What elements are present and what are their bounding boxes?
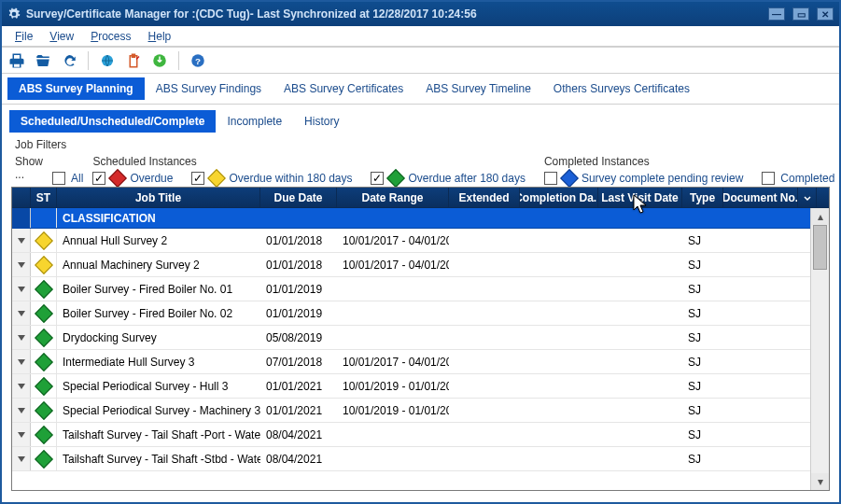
cell-due: 01/01/2021 bbox=[260, 399, 337, 422]
col-scroll-right[interactable] bbox=[798, 188, 817, 207]
close-button[interactable]: ✕ bbox=[817, 7, 834, 21]
cell-comp bbox=[520, 374, 598, 398]
tab-abs-survey-timeline[interactable]: ABS Survey Timeline bbox=[414, 77, 542, 100]
cell-title: Tailshaft Survey - Tail Shaft -Stbd - Wa… bbox=[57, 447, 260, 470]
row-handle[interactable] bbox=[12, 447, 31, 470]
status-cell bbox=[31, 277, 57, 301]
table-row[interactable]: Boiler Survey - Fired Boiler No. 0101/01… bbox=[12, 277, 810, 301]
row-handle[interactable] bbox=[12, 399, 31, 422]
col-title[interactable]: Job Title bbox=[57, 188, 260, 207]
table-row[interactable]: Drydocking Survey05/08/2019SJ bbox=[12, 326, 810, 350]
label-completed[interactable]: Completed bbox=[780, 172, 834, 185]
world-icon[interactable] bbox=[98, 51, 117, 70]
cell-due: 01/01/2019 bbox=[260, 301, 337, 325]
row-handle[interactable] bbox=[12, 374, 31, 398]
cell-doc bbox=[723, 423, 798, 446]
cell-type: SJ bbox=[682, 423, 723, 446]
table-row[interactable]: Tailshaft Survey - Tail Shaft -Port - Wa… bbox=[12, 423, 810, 447]
toolbar: ? bbox=[2, 48, 839, 74]
cell-type: SJ bbox=[682, 350, 723, 373]
checkbox-overdue[interactable] bbox=[92, 172, 105, 185]
checkbox-pending-review[interactable] bbox=[544, 172, 557, 185]
col-type[interactable]: Type bbox=[682, 188, 723, 207]
maximize-button[interactable]: ▭ bbox=[792, 7, 809, 21]
col-st[interactable]: ST bbox=[31, 188, 57, 207]
help-icon[interactable]: ? bbox=[189, 51, 207, 70]
checkbox-overdue-after[interactable] bbox=[371, 172, 384, 185]
group-row[interactable]: CLASSIFICATION bbox=[12, 208, 810, 229]
col-ext[interactable]: Extended bbox=[449, 188, 520, 207]
cell-range: 10/01/2017 - 04/01/2019 bbox=[337, 350, 449, 373]
open-icon[interactable] bbox=[34, 51, 52, 70]
cell-type: SJ bbox=[682, 301, 723, 325]
cell-ext bbox=[449, 277, 520, 301]
col-comp[interactable]: Completion Da... bbox=[520, 188, 598, 207]
table-row[interactable]: Special Periodical Survey - Machinery 30… bbox=[12, 399, 810, 423]
label-pending-review[interactable]: Survey complete pending review bbox=[582, 172, 743, 185]
gear-icon bbox=[7, 7, 21, 21]
scroll-up-icon[interactable]: ▴ bbox=[811, 208, 829, 225]
table-row[interactable]: Boiler Survey - Fired Boiler No. 0201/01… bbox=[12, 301, 810, 326]
print-icon[interactable] bbox=[7, 51, 26, 70]
table-row[interactable]: Tailshaft Survey - Tail Shaft -Stbd - Wa… bbox=[12, 447, 810, 471]
row-handle[interactable] bbox=[12, 253, 31, 276]
overdue-after-icon bbox=[387, 169, 406, 188]
table-row[interactable]: Annual Machinery Survey 201/01/201810/01… bbox=[12, 253, 810, 277]
table-row[interactable]: Special Periodical Survey - Hull 301/01/… bbox=[12, 374, 810, 399]
tab-abs-survey-planning[interactable]: ABS Survey Planning bbox=[7, 77, 145, 100]
tab-others-surveys-certificates[interactable]: Others Surveys Certificates bbox=[542, 77, 701, 100]
menu-help[interactable]: Help bbox=[141, 28, 179, 45]
menu-file[interactable]: File bbox=[7, 28, 40, 45]
col-range[interactable]: Date Range bbox=[337, 188, 449, 207]
cell-comp bbox=[520, 399, 598, 422]
checkbox-completed[interactable] bbox=[762, 172, 775, 185]
scroll-down-icon[interactable]: ▾ bbox=[811, 473, 829, 490]
minimize-button[interactable]: — bbox=[768, 7, 785, 21]
col-visit[interactable]: Last Visit Date bbox=[598, 188, 682, 207]
row-handle[interactable] bbox=[12, 350, 31, 373]
cell-ext bbox=[449, 253, 520, 276]
cell-visit bbox=[598, 350, 682, 373]
clipboard-icon[interactable] bbox=[124, 51, 143, 70]
download-icon[interactable] bbox=[150, 51, 169, 70]
cell-due: 07/01/2018 bbox=[260, 350, 337, 373]
label-overdue-after[interactable]: Overdue after 180 days bbox=[408, 172, 525, 185]
checkbox-overdue-within[interactable] bbox=[191, 172, 204, 185]
cell-due: 08/04/2021 bbox=[260, 447, 337, 470]
tab-abs-survey-certificates[interactable]: ABS Survey Certificates bbox=[273, 77, 414, 100]
cell-title: Special Periodical Survey - Machinery 3 bbox=[57, 399, 260, 422]
label-all[interactable]: All bbox=[71, 172, 83, 185]
row-handle[interactable] bbox=[12, 423, 31, 446]
cell-title: Intermediate Hull Survey 3 bbox=[57, 350, 260, 373]
cell-type: SJ bbox=[682, 447, 723, 470]
grid-body: CLASSIFICATION Annual Hull Survey 201/01… bbox=[12, 208, 810, 490]
subtab-history[interactable]: History bbox=[293, 110, 350, 133]
tab-abs-survey-findings[interactable]: ABS Survey Findings bbox=[145, 77, 273, 100]
row-handle[interactable] bbox=[12, 326, 31, 349]
table-row[interactable]: Intermediate Hull Survey 307/01/201810/0… bbox=[12, 350, 810, 374]
scroll-thumb[interactable] bbox=[813, 225, 827, 270]
row-handle[interactable] bbox=[12, 301, 31, 325]
subtab-incomplete[interactable]: Incomplete bbox=[216, 110, 293, 133]
label-overdue-within[interactable]: Overdue within 180 days bbox=[229, 172, 352, 185]
cell-due: 01/01/2019 bbox=[260, 277, 337, 301]
label-overdue[interactable]: Overdue bbox=[130, 172, 173, 185]
col-doc[interactable]: Document No. bbox=[723, 188, 798, 207]
menu-process[interactable]: Process bbox=[83, 28, 138, 45]
titlebar: Survey/Certificate Manager for :(CDC Tug… bbox=[2, 2, 839, 26]
table-row[interactable]: Annual Hull Survey 201/01/201810/01/2017… bbox=[12, 229, 810, 253]
grid: ST Job Title Due Date Date Range Extende… bbox=[11, 187, 830, 491]
checkbox-all[interactable] bbox=[52, 172, 65, 185]
col-row-header[interactable] bbox=[12, 188, 31, 207]
status-cell bbox=[31, 326, 57, 349]
cell-range: 10/01/2017 - 04/01/2018 bbox=[337, 253, 449, 276]
row-handle[interactable] bbox=[12, 277, 31, 301]
row-handle[interactable] bbox=[12, 229, 31, 252]
menu-view[interactable]: View bbox=[42, 28, 81, 45]
vertical-scrollbar[interactable]: ▴ ▾ bbox=[810, 208, 829, 490]
refresh-icon[interactable] bbox=[60, 51, 78, 70]
status-cell bbox=[31, 447, 57, 470]
subtab-scheduled[interactable]: Scheduled/Unscheduled/Complete bbox=[9, 110, 216, 133]
scheduled-header: Scheduled Instances bbox=[92, 155, 526, 168]
col-due[interactable]: Due Date bbox=[260, 188, 337, 207]
